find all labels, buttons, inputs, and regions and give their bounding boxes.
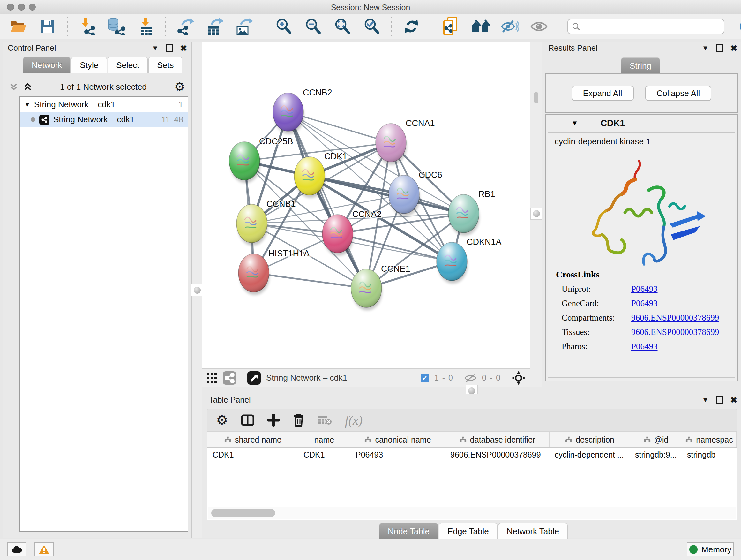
tab-edge-table[interactable]: Edge Table [439, 523, 497, 539]
table-settings-gear-icon[interactable]: ⚙ [216, 414, 228, 427]
right-splitter[interactable] [530, 42, 542, 387]
gene-section-header[interactable]: ▼ CDK1 [546, 115, 737, 132]
column-header-database-identifier[interactable]: database identifier [445, 432, 549, 447]
zoom-fit-button[interactable] [333, 17, 352, 37]
delete-column-icon[interactable] [293, 414, 305, 427]
node-table[interactable]: shared namenamecanonical namedatabase id… [207, 432, 737, 520]
table-cell[interactable]: 9606.ENSP00000378699 [445, 448, 549, 462]
crosslink-value-link[interactable]: 9606.ENSP00000378699 [631, 313, 719, 323]
save-session-button[interactable] [38, 17, 57, 37]
node-CDC25B[interactable] [229, 142, 260, 183]
tab-style[interactable]: Style [71, 57, 107, 73]
scrollbar-thumb[interactable] [211, 509, 275, 517]
crosslink-value-link[interactable]: 9606.ENSP00000378699 [631, 327, 719, 337]
section-expander-icon[interactable]: ▼ [571, 120, 578, 127]
node-CDC6[interactable] [389, 175, 420, 216]
open-file-button[interactable] [8, 17, 28, 37]
column-header-description[interactable]: description [549, 432, 630, 447]
panel-float-icon[interactable] [165, 44, 173, 52]
search-input[interactable] [583, 22, 720, 31]
help-button[interactable]: ? [738, 17, 741, 37]
network-row[interactable]: String Network – cdk1 11 48 [20, 112, 188, 127]
crosslink-value-link[interactable]: P06493 [631, 341, 658, 352]
column-header-canonical-name[interactable]: canonical name [350, 432, 445, 447]
table-cell[interactable]: cyclin-dependent ... [549, 448, 630, 462]
memory-button[interactable]: Memory [687, 543, 734, 557]
export-table-button[interactable] [205, 17, 225, 37]
table-cell[interactable]: stringdb:9... [630, 448, 682, 462]
crosslink-value-link[interactable]: P06493 [631, 284, 658, 294]
show-all-button[interactable] [529, 17, 549, 37]
node-CCNB2[interactable] [273, 93, 304, 134]
node-CDKN1A[interactable] [436, 242, 468, 284]
panel-menu-icon[interactable]: ▼ [151, 45, 158, 52]
hide-selected-button[interactable] [500, 17, 520, 37]
export-network-button[interactable] [176, 17, 195, 37]
column-header-@id[interactable]: @id [630, 432, 682, 447]
node-CCNA1[interactable] [376, 124, 407, 165]
import-table-file-button[interactable] [136, 17, 156, 37]
clone-network-button[interactable] [441, 17, 461, 37]
left-splitter[interactable] [192, 42, 203, 538]
show-columns-icon[interactable] [241, 414, 254, 427]
collapse-all-icon[interactable] [9, 82, 18, 91]
column-header-shared-name[interactable]: shared name [207, 432, 298, 447]
node-CCNE1[interactable] [351, 269, 382, 310]
refresh-view-button[interactable] [401, 17, 421, 37]
pan-crosshair-icon[interactable] [512, 371, 526, 385]
bundled-apps-button[interactable] [470, 17, 490, 37]
import-network-database-button[interactable] [107, 17, 126, 37]
cloud-status-button[interactable] [7, 543, 26, 557]
selected-checkbox-icon[interactable]: ✓ [421, 374, 429, 382]
node-CDK1[interactable] [294, 157, 325, 198]
add-column-icon[interactable] [267, 414, 280, 427]
splitter-grip[interactable] [530, 207, 542, 220]
node-CCNA2[interactable] [322, 214, 353, 256]
open-in-window-icon[interactable] [247, 371, 261, 385]
panel-close-icon[interactable]: ✖ [730, 396, 737, 404]
tab-network-table[interactable]: Network Table [498, 523, 568, 539]
panel-close-icon[interactable]: ✖ [730, 44, 737, 52]
tab-network[interactable]: Network [23, 57, 71, 73]
zoom-in-button[interactable] [274, 17, 293, 37]
panel-menu-icon[interactable]: ▼ [702, 45, 709, 52]
table-row[interactable]: CDK1CDK1P064939606.ENSP00000378699cyclin… [207, 448, 737, 462]
birdseye-grid-icon[interactable] [206, 373, 217, 383]
crosslink-value-link[interactable]: P06493 [631, 299, 658, 308]
expand-all-icon[interactable] [23, 82, 32, 91]
collapse-all-button[interactable]: Collapse All [645, 85, 712, 101]
splitter-thumb[interactable] [534, 92, 538, 104]
zoom-selected-button[interactable] [362, 17, 382, 37]
tab-node-table[interactable]: Node Table [379, 523, 438, 539]
import-network-file-button[interactable] [77, 17, 97, 37]
panel-float-icon[interactable] [716, 396, 723, 404]
network-options-gear-icon[interactable]: ⚙ [174, 81, 185, 93]
column-header-namespac[interactable]: namespac [682, 432, 737, 447]
network-collection-row[interactable]: ▼ String Network – cdk1 1 [20, 97, 188, 112]
panel-float-icon[interactable] [716, 44, 723, 52]
panel-close-icon[interactable]: ✖ [180, 44, 187, 52]
column-header-name[interactable]: name [298, 432, 350, 447]
edge-HIST1H1A-CCNE1[interactable] [254, 273, 366, 288]
table-cell[interactable]: CDK1 [298, 448, 350, 462]
tree-expander-icon[interactable]: ▼ [24, 102, 30, 108]
tab-sets[interactable]: Sets [148, 57, 182, 73]
network-canvas[interactable]: CCNB2CCNA1CDC25BCDK1CDC6RB1CCNB1CCNA2CDK… [202, 42, 530, 368]
zoom-out-button[interactable] [303, 17, 323, 37]
panel-menu-icon[interactable]: ▼ [702, 396, 709, 403]
splitter-grip[interactable] [191, 284, 203, 296]
network-badge-gray-icon[interactable] [222, 371, 237, 385]
hidden-eye-icon[interactable] [464, 373, 477, 383]
table-cell[interactable]: P06493 [350, 448, 445, 462]
tab-select[interactable]: Select [108, 57, 148, 73]
node-RB1[interactable] [448, 194, 479, 236]
warnings-button[interactable] [35, 543, 54, 557]
expand-all-button[interactable]: Expand All [571, 85, 634, 101]
table-cell[interactable]: CDK1 [207, 448, 298, 462]
horizontal-scrollbar[interactable] [208, 507, 736, 519]
edge-CCNB2-CCNE1[interactable] [288, 112, 366, 288]
node-HIST1H1A[interactable] [239, 254, 269, 295]
node-CCNB1[interactable] [237, 204, 267, 246]
tab-string[interactable]: String [621, 57, 660, 74]
export-image-button[interactable] [234, 17, 254, 37]
